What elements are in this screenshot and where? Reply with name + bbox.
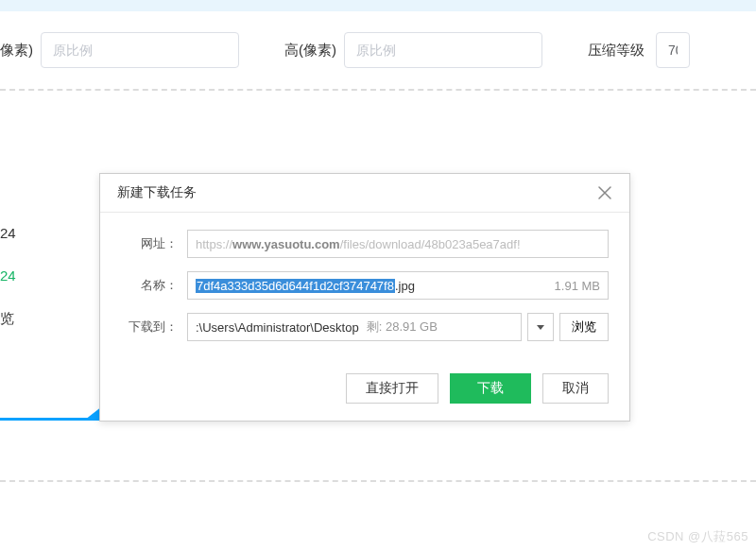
saveto-dropdown-button[interactable] xyxy=(527,313,554,341)
url-row: 网址： https://www.yasuotu.com/files/downlo… xyxy=(121,230,609,258)
height-input[interactable] xyxy=(344,32,542,68)
file-size: 1.91 MB xyxy=(547,279,600,293)
download-button[interactable]: 下载 xyxy=(450,373,531,404)
saveto-label: 下载到： xyxy=(121,319,178,336)
url-input[interactable]: https://www.yasuotu.com/files/download/4… xyxy=(187,230,609,258)
download-dialog: 新建下载任务 网址： https://www.yasuotu.com/files… xyxy=(99,173,630,422)
cancel-button[interactable]: 取消 xyxy=(542,373,609,404)
name-row: 名称： 7df4a333d35d6d644f1d2cf374747f8.jpg … xyxy=(121,271,609,300)
url-suffix: /files/download/48b023a5ea7adf! xyxy=(340,237,521,251)
browse-button[interactable]: 浏览 xyxy=(559,313,609,341)
url-label: 网址： xyxy=(121,235,178,252)
dialog-header: 新建下载任务 xyxy=(100,174,629,213)
dialog-title: 新建下载任务 xyxy=(117,184,197,201)
divider-top xyxy=(0,89,756,91)
saveto-remain: 剩: 28.91 GB xyxy=(367,319,438,336)
dialog-footer: 直接打开 下载 取消 xyxy=(100,362,629,421)
compress-level-label: 压缩等级 xyxy=(588,42,644,60)
width-input[interactable] xyxy=(41,32,239,68)
pixel-label-left: 像素) xyxy=(0,42,33,60)
left-fragments: 24 24 览 xyxy=(0,208,47,354)
top-strip xyxy=(0,0,756,11)
url-prefix: https:// xyxy=(196,237,232,251)
compress-level-input[interactable] xyxy=(656,32,690,68)
saveto-path: :\Users\Administrator\Desktop xyxy=(196,320,359,335)
close-icon[interactable] xyxy=(595,183,614,202)
frag-2: 24 xyxy=(0,267,47,284)
name-input[interactable]: 7df4a333d35d6d644f1d2cf374747f8.jpg 1.91… xyxy=(187,271,609,300)
watermark: CSDN @八菈565 xyxy=(647,528,748,545)
options-row: 像素) 高(像素) 压缩等级 xyxy=(0,11,756,89)
name-base-selected: 7df4a333d35d6d644f1d2cf374747f8 xyxy=(196,279,395,293)
url-host: www.yasuotu.com xyxy=(232,237,340,251)
name-label: 名称： xyxy=(121,277,178,294)
name-ext: .jpg xyxy=(395,279,415,293)
saveto-row: 下载到： :\Users\Administrator\Desktop 剩: 28… xyxy=(121,313,609,341)
divider-bottom xyxy=(0,480,756,482)
open-button[interactable]: 直接打开 xyxy=(346,373,438,404)
height-label: 高(像素) xyxy=(284,42,336,60)
dialog-body: 网址： https://www.yasuotu.com/files/downlo… xyxy=(100,213,629,362)
frag-1: 24 xyxy=(0,225,47,241)
saveto-input[interactable]: :\Users\Administrator\Desktop 剩: 28.91 G… xyxy=(187,313,522,341)
frag-3: 览 xyxy=(0,310,47,328)
